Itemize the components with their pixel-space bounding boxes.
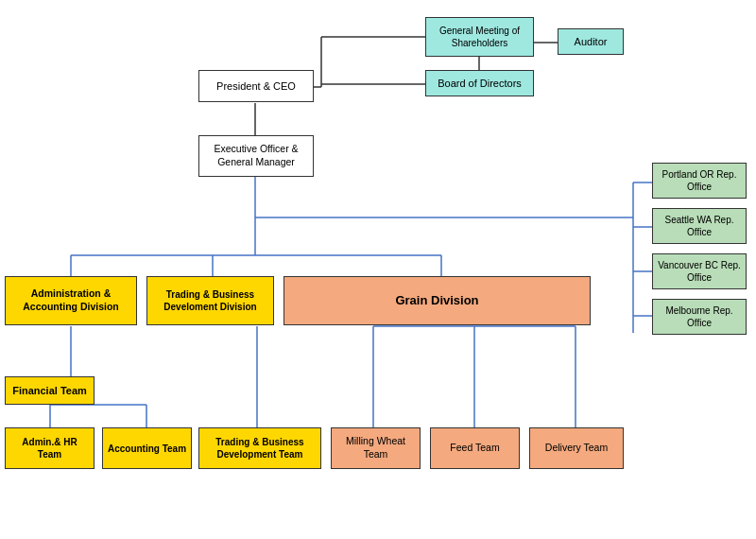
financial-team-node: Financial Team	[5, 376, 94, 405]
admin-hr-node: Admin.& HR Team	[5, 427, 94, 469]
board-node: Board of Directors	[425, 70, 534, 96]
president-node: President & CEO	[198, 70, 314, 102]
exec-officer-node: Executive Officer & General Manager	[198, 135, 314, 177]
admin-div-node: Administration & Accounting Division	[5, 276, 137, 325]
trading-team-node: Trading & Business Development Team	[198, 427, 321, 469]
trading-div-node: Trading & Business Develoment Division	[146, 276, 274, 325]
melbourne-node: Melbourne Rep. Office	[652, 299, 747, 335]
portland-node: Portland OR Rep. Office	[652, 163, 747, 199]
auditor-node: Auditor	[558, 28, 624, 55]
feed-team-node: Feed Team	[430, 427, 520, 469]
grain-div-node: Grain Division	[284, 276, 591, 325]
seattle-node: Seattle WA Rep. Office	[652, 208, 747, 244]
vancouver-node: Vancouver BC Rep. Office	[652, 253, 747, 289]
delivery-team-node: Delivery Team	[529, 427, 624, 469]
general-meeting-node: General Meeting of Shareholders	[425, 17, 534, 57]
accounting-team-node: Accounting Team	[102, 427, 192, 469]
org-chart: General Meeting of Shareholders Auditor …	[0, 0, 756, 539]
milling-wheat-node: Milling Wheat Team	[331, 427, 421, 469]
